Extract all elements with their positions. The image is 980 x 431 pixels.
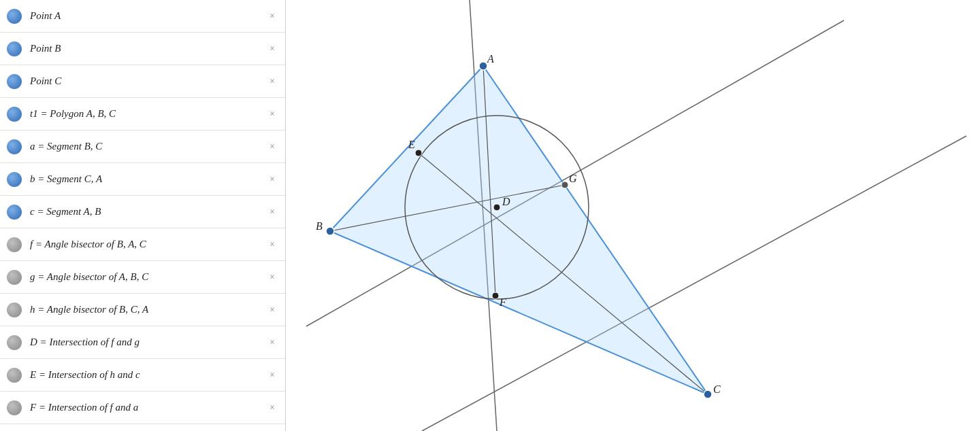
remove-item-button[interactable]: × [266,206,278,218]
item-label: b = Segment C, A [30,173,261,185]
remove-item-button[interactable]: × [266,43,278,55]
svg-point-24 [704,390,712,398]
blue-dot-icon [7,139,22,154]
remove-item-button[interactable]: × [266,337,278,349]
svg-text:D: D [502,196,510,207]
gray-dot-icon [7,270,22,285]
item-label: g = Angle bisector of A, B, C [30,271,261,283]
remove-item-button[interactable]: × [266,75,278,88]
geometry-canvas: E G F D A B C [286,0,980,431]
svg-text:F: F [499,296,506,308]
blue-dot-icon [7,41,22,56]
gray-dot-icon [7,335,22,350]
item-label: Point A [30,10,261,22]
list-item-int-e: E = Intersection of h and c× [0,359,285,392]
svg-point-16 [492,292,499,299]
item-label: Point B [30,43,261,54]
remove-item-button[interactable]: × [266,173,278,186]
list-item-seg-a: a = Segment B, C× [0,131,285,163]
svg-text:C: C [713,383,721,395]
object-list[interactable]: Point A×Point B×Point C×t1 = Polygon A, … [0,0,286,431]
blue-dot-icon [7,205,22,220]
list-item-seg-b: b = Segment C, A× [0,163,285,196]
list-item-bisector-f: f = Angle bisector of B, A, C× [0,228,285,261]
svg-point-18 [493,204,500,211]
list-item-int-d: D = Intersection of f and g× [0,326,285,359]
item-label: F = Intersection of f and a [30,402,261,413]
blue-dot-icon [7,9,22,24]
remove-item-button[interactable]: × [266,402,278,414]
svg-text:G: G [569,173,577,184]
item-label: Point C [30,75,261,87]
list-item-t1: t1 = Polygon A, B, C× [0,98,285,131]
item-label: f = Angle bisector of B, A, C [30,239,261,250]
remove-item-button[interactable]: × [266,108,278,120]
remove-item-button[interactable]: × [266,141,278,153]
svg-text:E: E [408,139,415,150]
item-label: c = Segment A, B [30,206,261,218]
blue-dot-icon [7,74,22,89]
item-label: E = Intersection of h and c [30,369,261,381]
list-item-bisector-g: g = Angle bisector of A, B, C× [0,261,285,294]
svg-point-14 [561,182,568,188]
remove-item-button[interactable]: × [266,10,278,22]
svg-point-22 [326,227,334,235]
item-label: D = Intersection of f and g [30,337,261,348]
item-label: h = Angle bisector of B, C, A [30,304,261,315]
svg-point-12 [415,150,422,156]
list-item-point-c: Point C× [0,65,285,98]
remove-item-button[interactable]: × [266,271,278,283]
list-item-bisector-h: h = Angle bisector of B, C, A× [0,294,285,326]
remove-item-button[interactable]: × [266,304,278,316]
gray-dot-icon [7,237,22,252]
list-item-int-f: F = Intersection of f and a× [0,392,285,424]
item-label: t1 = Polygon A, B, C [30,108,261,120]
gray-dot-icon [7,368,22,383]
remove-item-button[interactable]: × [266,239,278,251]
blue-dot-icon [7,172,22,187]
remove-item-button[interactable]: × [266,369,278,381]
list-item-seg-c: c = Segment A, B× [0,196,285,228]
list-item-point-a: Point A× [0,0,285,33]
item-label: a = Segment B, C [30,141,261,152]
gray-dot-icon [7,303,22,317]
gray-dot-icon [7,400,22,415]
blue-dot-icon [7,107,22,122]
svg-point-20 [479,62,487,70]
svg-text:A: A [487,53,494,65]
svg-text:B: B [316,220,323,232]
list-item-point-b: Point B× [0,33,285,65]
